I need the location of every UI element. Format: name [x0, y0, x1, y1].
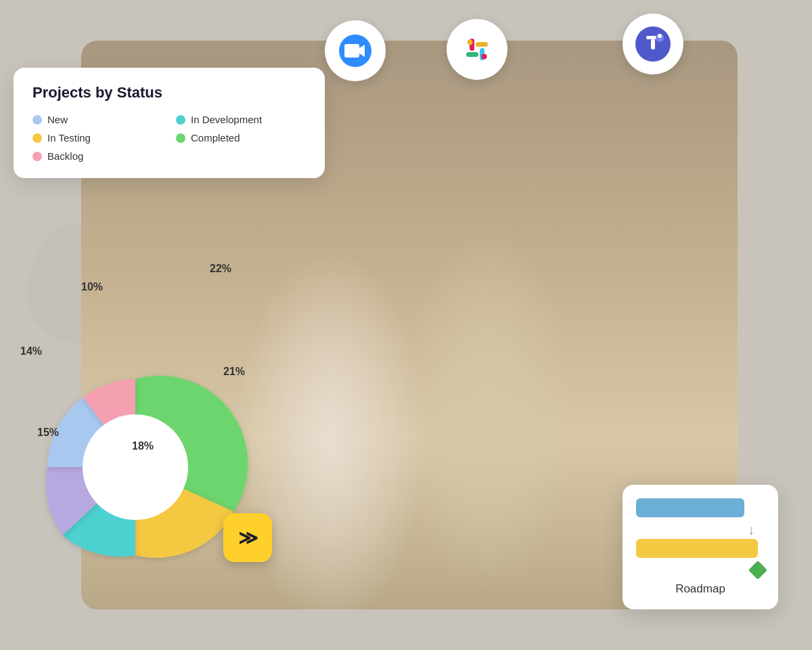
chart-label-22: 22%	[210, 263, 231, 275]
roadmap-bar-yellow	[636, 539, 758, 558]
roadmap-arrow-down: ↓	[748, 523, 765, 536]
card-title: Projects by Status	[32, 84, 306, 102]
legend-label-in-testing: In Testing	[47, 132, 91, 144]
legend-dot-in-development	[176, 115, 185, 125]
roadmap-bar-blue	[636, 498, 744, 517]
svg-rect-3	[466, 52, 478, 57]
chart-label-15: 15%	[37, 427, 59, 439]
svg-point-5	[468, 40, 473, 45]
legend-item-in-testing: In Testing	[32, 132, 162, 144]
legend-dot-completed	[176, 133, 185, 143]
miro-integration-icon[interactable]: ≫	[223, 513, 272, 562]
projects-by-status-card: Projects by Status New In Development In…	[14, 68, 325, 178]
legend-label-new: New	[47, 114, 68, 125]
roadmap-card: ↓ Roadmap	[623, 485, 778, 609]
zoom-integration-icon[interactable]	[325, 20, 386, 81]
chart-label-10: 10%	[81, 281, 103, 293]
legend-item-backlog: Backlog	[32, 150, 162, 162]
miro-icon-symbol: ≫	[238, 527, 258, 549]
chart-label-21: 21%	[223, 366, 245, 378]
legend-label-completed: Completed	[191, 132, 240, 144]
chart-label-18: 18%	[132, 440, 154, 452]
legend-label-in-development: In Development	[191, 114, 262, 125]
svg-point-11	[658, 34, 662, 38]
legend-grid: New In Development In Testing Completed …	[32, 114, 306, 162]
legend-dot-in-testing	[32, 133, 42, 143]
svg-point-12	[83, 414, 188, 520]
legend-item-completed: Completed	[176, 132, 306, 144]
svg-point-6	[482, 54, 487, 60]
legend-label-backlog: Backlog	[47, 150, 83, 162]
legend-item-new: New	[32, 114, 162, 125]
roadmap-diamond	[748, 561, 767, 580]
scene: Projects by Status New In Development In…	[0, 0, 812, 650]
roadmap-label: Roadmap	[636, 582, 765, 596]
legend-item-in-development: In Development	[176, 114, 306, 125]
slack-integration-icon[interactable]	[447, 19, 508, 80]
legend-dot-new	[32, 115, 42, 125]
teams-integration-icon[interactable]	[623, 14, 683, 74]
legend-dot-backlog	[32, 152, 42, 161]
roadmap-diamond-row	[636, 563, 765, 577]
svg-rect-9	[651, 39, 655, 49]
svg-rect-4	[476, 42, 488, 47]
chart-label-14: 14%	[20, 345, 42, 358]
